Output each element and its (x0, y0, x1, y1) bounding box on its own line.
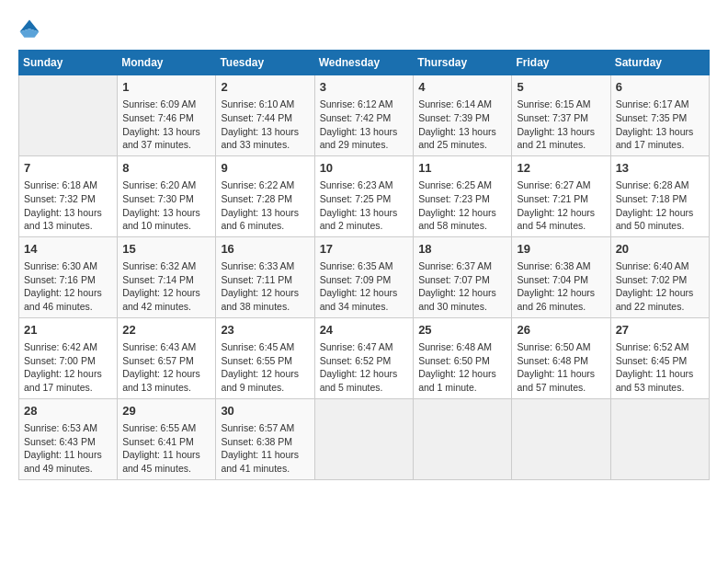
calendar-cell: 15Sunrise: 6:32 AM Sunset: 7:14 PM Dayli… (118, 236, 216, 317)
calendar-cell: 1Sunrise: 6:09 AM Sunset: 7:46 PM Daylig… (118, 75, 216, 156)
cell-content: Sunrise: 6:47 AM Sunset: 6:52 PM Dayligh… (320, 340, 409, 395)
day-number: 17 (320, 241, 409, 258)
cell-content: Sunrise: 6:48 AM Sunset: 6:50 PM Dayligh… (418, 340, 506, 395)
calendar-cell: 25Sunrise: 6:48 AM Sunset: 6:50 PM Dayli… (414, 317, 512, 398)
cell-content: Sunrise: 6:43 AM Sunset: 6:57 PM Dayligh… (122, 340, 210, 395)
calendar-cell: 12Sunrise: 6:27 AM Sunset: 7:21 PM Dayli… (512, 155, 610, 236)
calendar-cell: 22Sunrise: 6:43 AM Sunset: 6:57 PM Dayli… (118, 317, 216, 398)
day-header-tuesday: Tuesday (216, 51, 314, 75)
cell-content: Sunrise: 6:27 AM Sunset: 7:21 PM Dayligh… (517, 178, 605, 233)
day-number: 14 (24, 241, 112, 258)
day-number: 28 (24, 403, 112, 419)
calendar-week-row: 21Sunrise: 6:42 AM Sunset: 7:00 PM Dayli… (19, 317, 710, 398)
cell-content: Sunrise: 6:52 AM Sunset: 6:45 PM Dayligh… (616, 340, 704, 395)
cell-content: Sunrise: 6:50 AM Sunset: 6:48 PM Dayligh… (517, 340, 605, 395)
calendar-cell: 19Sunrise: 6:38 AM Sunset: 7:04 PM Dayli… (512, 236, 610, 317)
day-number: 25 (418, 322, 506, 339)
cell-content: Sunrise: 6:28 AM Sunset: 7:18 PM Dayligh… (616, 178, 704, 233)
day-number: 9 (221, 160, 309, 177)
cell-content: Sunrise: 6:10 AM Sunset: 7:44 PM Dayligh… (221, 98, 309, 152)
calendar-cell: 20Sunrise: 6:40 AM Sunset: 7:02 PM Dayli… (610, 236, 709, 317)
calendar-cell: 13Sunrise: 6:28 AM Sunset: 7:18 PM Dayli… (610, 155, 709, 236)
cell-content: Sunrise: 6:14 AM Sunset: 7:39 PM Dayligh… (418, 98, 506, 152)
day-number: 4 (418, 79, 506, 96)
cell-content: Sunrise: 6:22 AM Sunset: 7:28 PM Dayligh… (221, 178, 309, 233)
day-number: 19 (517, 241, 605, 258)
cell-content: Sunrise: 6:12 AM Sunset: 7:42 PM Dayligh… (320, 98, 409, 152)
logo (18, 18, 44, 40)
day-number: 1 (122, 79, 210, 96)
cell-content: Sunrise: 6:18 AM Sunset: 7:32 PM Dayligh… (24, 178, 112, 233)
calendar-cell: 5Sunrise: 6:15 AM Sunset: 7:37 PM Daylig… (512, 75, 610, 156)
cell-content: Sunrise: 6:45 AM Sunset: 6:55 PM Dayligh… (221, 340, 309, 395)
cell-content: Sunrise: 6:25 AM Sunset: 7:23 PM Dayligh… (418, 178, 506, 233)
calendar-cell: 8Sunrise: 6:20 AM Sunset: 7:30 PM Daylig… (118, 155, 216, 236)
calendar-cell: 16Sunrise: 6:33 AM Sunset: 7:11 PM Dayli… (216, 236, 314, 317)
cell-content: Sunrise: 6:32 AM Sunset: 7:14 PM Dayligh… (122, 259, 210, 314)
calendar-table: SundayMondayTuesdayWednesdayThursdayFrid… (18, 50, 710, 480)
calendar-cell (414, 398, 512, 479)
cell-content: Sunrise: 6:20 AM Sunset: 7:30 PM Dayligh… (122, 178, 210, 233)
cell-content: Sunrise: 6:09 AM Sunset: 7:46 PM Dayligh… (122, 98, 210, 152)
calendar-cell: 3Sunrise: 6:12 AM Sunset: 7:42 PM Daylig… (314, 75, 414, 156)
day-number: 29 (122, 403, 210, 419)
day-number: 26 (517, 322, 605, 339)
cell-content: Sunrise: 6:30 AM Sunset: 7:16 PM Dayligh… (24, 259, 112, 314)
day-number: 13 (616, 160, 704, 177)
day-number: 24 (320, 322, 409, 339)
day-number: 16 (221, 241, 309, 258)
calendar-cell: 10Sunrise: 6:23 AM Sunset: 7:25 PM Dayli… (314, 155, 414, 236)
calendar-cell: 28Sunrise: 6:53 AM Sunset: 6:43 PM Dayli… (19, 398, 118, 479)
day-header-monday: Monday (118, 51, 216, 75)
cell-content: Sunrise: 6:40 AM Sunset: 7:02 PM Dayligh… (616, 259, 704, 314)
calendar-week-row: 28Sunrise: 6:53 AM Sunset: 6:43 PM Dayli… (19, 398, 710, 479)
day-header-thursday: Thursday (414, 51, 512, 75)
calendar-week-row: 1Sunrise: 6:09 AM Sunset: 7:46 PM Daylig… (19, 75, 710, 156)
calendar-cell: 17Sunrise: 6:35 AM Sunset: 7:09 PM Dayli… (314, 236, 414, 317)
cell-content: Sunrise: 6:15 AM Sunset: 7:37 PM Dayligh… (517, 98, 605, 152)
cell-content: Sunrise: 6:55 AM Sunset: 6:41 PM Dayligh… (122, 421, 210, 476)
calendar-cell: 27Sunrise: 6:52 AM Sunset: 6:45 PM Dayli… (610, 317, 709, 398)
day-number: 7 (24, 160, 112, 177)
day-number: 8 (122, 160, 210, 177)
day-number: 20 (616, 241, 704, 258)
day-header-friday: Friday (512, 51, 610, 75)
calendar-cell: 23Sunrise: 6:45 AM Sunset: 6:55 PM Dayli… (216, 317, 314, 398)
calendar-cell: 26Sunrise: 6:50 AM Sunset: 6:48 PM Dayli… (512, 317, 610, 398)
calendar-cell: 7Sunrise: 6:18 AM Sunset: 7:32 PM Daylig… (19, 155, 118, 236)
calendar-cell (314, 398, 414, 479)
day-number: 21 (24, 322, 112, 339)
page-header (18, 18, 710, 40)
cell-content: Sunrise: 6:42 AM Sunset: 7:00 PM Dayligh… (24, 340, 112, 395)
cell-content: Sunrise: 6:17 AM Sunset: 7:35 PM Dayligh… (616, 98, 704, 152)
day-number: 6 (616, 79, 704, 96)
day-header-wednesday: Wednesday (314, 51, 414, 75)
day-number: 5 (517, 79, 605, 96)
day-number: 11 (418, 160, 506, 177)
cell-content: Sunrise: 6:35 AM Sunset: 7:09 PM Dayligh… (320, 259, 409, 314)
cell-content: Sunrise: 6:38 AM Sunset: 7:04 PM Dayligh… (517, 259, 605, 314)
cell-content: Sunrise: 6:33 AM Sunset: 7:11 PM Dayligh… (221, 259, 309, 314)
calendar-cell: 14Sunrise: 6:30 AM Sunset: 7:16 PM Dayli… (19, 236, 118, 317)
calendar-cell: 30Sunrise: 6:57 AM Sunset: 6:38 PM Dayli… (216, 398, 314, 479)
day-number: 2 (221, 79, 309, 96)
day-header-sunday: Sunday (19, 51, 118, 75)
cell-content: Sunrise: 6:57 AM Sunset: 6:38 PM Dayligh… (221, 421, 309, 476)
cell-content: Sunrise: 6:37 AM Sunset: 7:07 PM Dayligh… (418, 259, 506, 314)
calendar-cell (512, 398, 610, 479)
logo-icon (18, 18, 40, 40)
calendar-cell: 11Sunrise: 6:25 AM Sunset: 7:23 PM Dayli… (414, 155, 512, 236)
calendar-cell: 9Sunrise: 6:22 AM Sunset: 7:28 PM Daylig… (216, 155, 314, 236)
day-number: 30 (221, 403, 309, 419)
calendar-cell: 6Sunrise: 6:17 AM Sunset: 7:35 PM Daylig… (610, 75, 709, 156)
cell-content: Sunrise: 6:23 AM Sunset: 7:25 PM Dayligh… (320, 178, 409, 233)
calendar-cell: 2Sunrise: 6:10 AM Sunset: 7:44 PM Daylig… (216, 75, 314, 156)
day-number: 12 (517, 160, 605, 177)
cell-content: Sunrise: 6:53 AM Sunset: 6:43 PM Dayligh… (24, 421, 112, 476)
calendar-week-row: 14Sunrise: 6:30 AM Sunset: 7:16 PM Dayli… (19, 236, 710, 317)
calendar-cell: 4Sunrise: 6:14 AM Sunset: 7:39 PM Daylig… (414, 75, 512, 156)
day-number: 27 (616, 322, 704, 339)
day-number: 22 (122, 322, 210, 339)
calendar-cell: 29Sunrise: 6:55 AM Sunset: 6:41 PM Dayli… (118, 398, 216, 479)
day-header-saturday: Saturday (610, 51, 709, 75)
